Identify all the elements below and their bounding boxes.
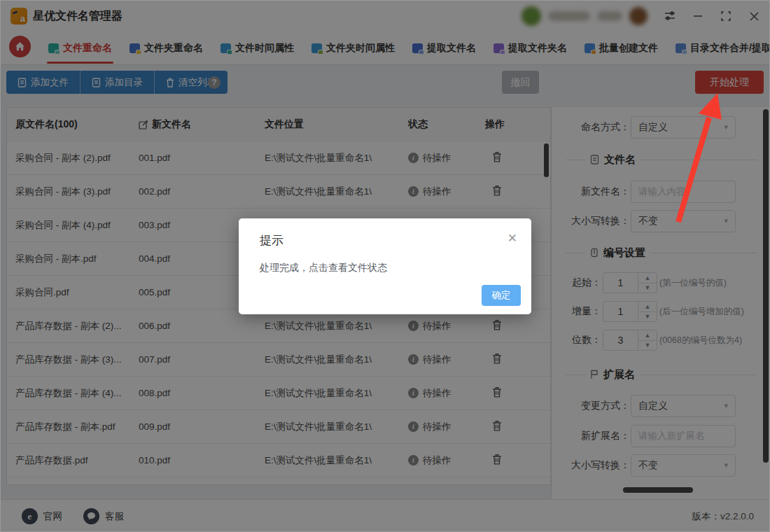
dialog-message: 处理完成，点击查看文件状态 (260, 262, 387, 274)
message-dialog: 提示 ✕ 处理完成，点击查看文件状态 确定 (239, 218, 531, 314)
dialog-title: 提示 (260, 232, 284, 248)
app-window: ➦a 星优文件名管理器 文件重命名文件夹重命名文件 (0, 0, 770, 532)
dialog-close-icon[interactable]: ✕ (507, 231, 517, 246)
dialog-ok-button[interactable]: 确定 (482, 285, 521, 306)
